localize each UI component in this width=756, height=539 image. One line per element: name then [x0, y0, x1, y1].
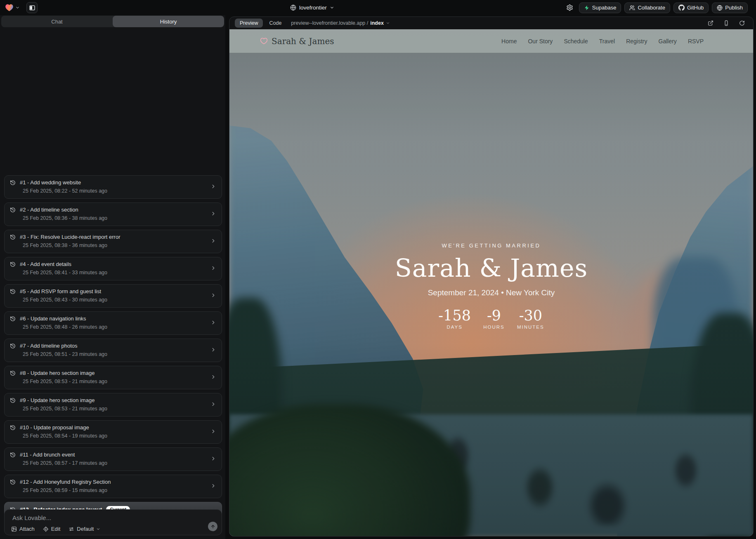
history-item-timestamp: 25 Feb 2025, 08:36 - 38 minutes ago — [23, 215, 107, 221]
chevron-right-icon[interactable] — [210, 238, 216, 244]
chevron-right-icon[interactable] — [210, 374, 216, 380]
chevron-right-icon[interactable] — [210, 456, 216, 461]
history-icon — [10, 398, 16, 403]
countdown-label: HOURS — [482, 325, 506, 330]
supabase-label: Supabase — [592, 5, 617, 11]
tab-history[interactable]: History — [113, 16, 224, 27]
chevron-down-icon — [330, 5, 334, 10]
history-item-timestamp: 25 Feb 2025, 08:53 - 21 minutes ago — [23, 379, 107, 384]
github-button[interactable]: GitHub — [673, 2, 709, 13]
project-switcher[interactable]: lovefrontier — [290, 0, 334, 15]
countdown-value: -9 — [482, 308, 506, 323]
chevron-right-icon[interactable] — [210, 265, 216, 271]
history-item-timestamp: 25 Feb 2025, 08:41 - 33 minutes ago — [23, 270, 107, 275]
open-external-button[interactable] — [705, 17, 716, 29]
history-item[interactable]: #7 - Add timeline photos 25 Feb 2025, 08… — [4, 339, 222, 362]
chevron-right-icon[interactable] — [210, 428, 216, 434]
sliders-icon — [69, 526, 74, 532]
preview-panel: Preview Code preview--lovefrontier.lovab… — [229, 16, 754, 537]
history-item-timestamp: 25 Feb 2025, 08:53 - 21 minutes ago — [23, 406, 107, 412]
globe-icon — [290, 5, 296, 11]
gear-icon — [566, 4, 573, 11]
history-item[interactable]: #1 - Add wedding website 25 Feb 2025, 08… — [4, 175, 222, 199]
tab-chat[interactable]: Chat — [1, 16, 113, 27]
history-item-timestamp: 25 Feb 2025, 08:22 - 52 minutes ago — [23, 188, 107, 194]
tab-code[interactable]: Code — [269, 20, 281, 26]
app-topbar: lovefrontier Supabase Collaborate — [0, 0, 756, 15]
history-icon — [10, 316, 16, 322]
history-icon — [10, 343, 16, 349]
tab-preview[interactable]: Preview — [235, 19, 263, 28]
chevron-right-icon[interactable] — [210, 483, 216, 489]
attach-label: Attach — [19, 526, 35, 532]
image-icon — [11, 526, 17, 532]
chevron-right-icon[interactable] — [210, 347, 216, 353]
history-item-title: #6 - Update navigation links — [20, 315, 86, 322]
history-item-title: #3 - Fix: Resolve Lucide-react import er… — [20, 234, 120, 240]
history-icon — [10, 289, 16, 294]
toggle-sidebar-button[interactable] — [26, 2, 38, 13]
history-item[interactable]: #4 - Add event details 25 Feb 2025, 08:4… — [4, 257, 222, 280]
history-icon — [10, 180, 16, 186]
history-item-timestamp: 25 Feb 2025, 08:51 - 23 minutes ago — [23, 351, 107, 357]
countdown: -158 DAYS -9 HOURS -30 MINUTES — [438, 308, 544, 330]
countdown-value: -30 — [517, 308, 544, 323]
chevron-right-icon[interactable] — [210, 184, 216, 189]
history-icon — [10, 261, 16, 267]
supabase-button[interactable]: Supabase — [579, 2, 621, 13]
chevron-right-icon[interactable] — [210, 401, 216, 407]
refresh-icon — [739, 20, 745, 26]
settings-button[interactable] — [564, 2, 576, 14]
mode-select[interactable]: Default — [69, 526, 100, 532]
chevron-right-icon[interactable] — [210, 320, 216, 325]
history-item[interactable]: #9 - Update hero section image 25 Feb 20… — [4, 393, 222, 417]
edit-button[interactable]: Edit — [43, 526, 60, 532]
send-button[interactable] — [208, 522, 217, 531]
countdown-value: -158 — [438, 308, 471, 323]
preview-url[interactable]: preview--lovefrontier.lovable.app / inde… — [291, 20, 390, 26]
publish-globe-icon — [717, 5, 723, 11]
lovable-logo-icon[interactable] — [5, 4, 14, 12]
supabase-bolt-icon — [584, 5, 590, 11]
history-item[interactable]: #3 - Fix: Resolve Lucide-react import er… — [4, 230, 222, 253]
github-icon — [678, 5, 685, 11]
history-list: #1 - Add wedding website 25 Feb 2025, 08… — [4, 175, 222, 525]
history-icon — [10, 207, 16, 213]
external-link-icon — [708, 20, 713, 26]
history-icon — [10, 370, 16, 376]
users-icon — [629, 5, 635, 11]
countdown-label: DAYS — [438, 325, 471, 330]
countdown-item: -30 MINUTES — [517, 308, 544, 330]
history-item-title: #5 - Add RSVP form and guest list — [20, 288, 101, 294]
history-item-timestamp: 25 Feb 2025, 08:54 - 19 minutes ago — [23, 433, 107, 439]
prompt-input[interactable]: Ask Lovable... — [12, 514, 51, 521]
history-item[interactable]: #2 - Add timeline section 25 Feb 2025, 0… — [4, 202, 222, 226]
attach-button[interactable]: Attach — [11, 526, 35, 532]
edit-label: Edit — [51, 526, 60, 532]
collaborate-button[interactable]: Collaborate — [624, 2, 670, 13]
history-item[interactable]: #11 - Add brunch event 25 Feb 2025, 08:5… — [4, 447, 222, 471]
hero-eyebrow: WE'RE GETTING MARRIED — [442, 242, 541, 249]
url-base: preview--lovefrontier.lovable.app / — [291, 20, 368, 26]
history-item[interactable]: #5 - Add RSVP form and guest list 25 Feb… — [4, 284, 222, 308]
mode-label: Default — [77, 526, 94, 532]
history-item[interactable]: #12 - Add Honeyfund Registry Section 25 … — [4, 475, 222, 498]
preview-urlbar: Preview Code preview--lovefrontier.lovab… — [229, 17, 753, 29]
countdown-item: -9 HOURS — [482, 308, 506, 330]
chevron-right-icon[interactable] — [210, 292, 216, 298]
history-icon — [10, 479, 16, 485]
url-page: index — [370, 20, 384, 26]
history-item[interactable]: #10 - Update proposal image 25 Feb 2025,… — [4, 420, 222, 444]
history-item[interactable]: #6 - Update navigation links 25 Feb 2025… — [4, 311, 222, 335]
mobile-view-button[interactable] — [721, 17, 732, 29]
history-item-timestamp: 25 Feb 2025, 08:57 - 17 minutes ago — [23, 460, 107, 466]
publish-button[interactable]: Publish — [712, 2, 748, 13]
panel-left-icon — [29, 5, 35, 11]
history-item-title: #8 - Update hero section image — [20, 370, 94, 376]
chevron-right-icon[interactable] — [210, 211, 216, 217]
history-item-timestamp: 25 Feb 2025, 08:59 - 15 minutes ago — [23, 487, 107, 493]
history-item-title: #7 - Add timeline photos — [20, 343, 77, 349]
logo-chevron-icon[interactable] — [15, 5, 20, 10]
history-item[interactable]: #8 - Update hero section image 25 Feb 20… — [4, 366, 222, 389]
refresh-button[interactable] — [736, 17, 748, 29]
